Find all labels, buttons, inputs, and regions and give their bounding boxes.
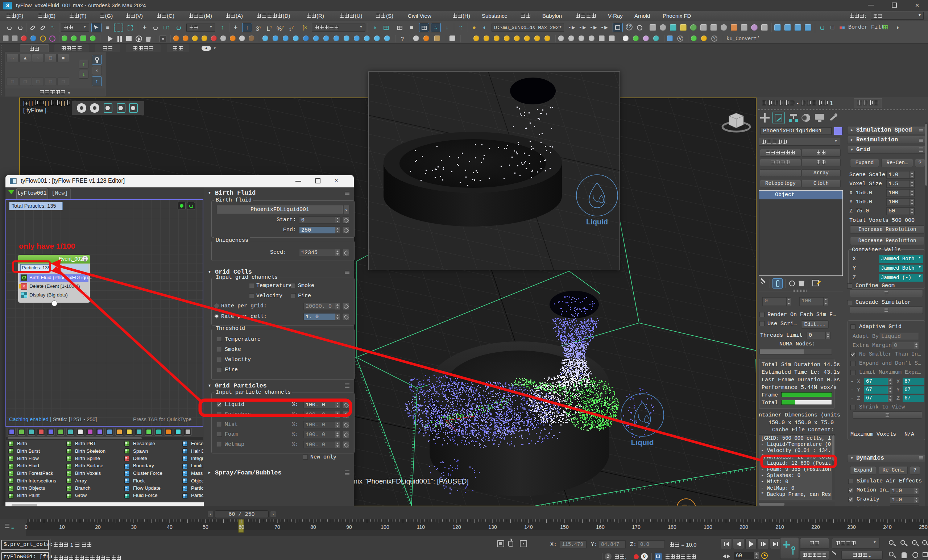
svg-text:0: 0 <box>24 524 27 530</box>
svg-text:30: 30 <box>131 524 137 530</box>
svg-text:200: 200 <box>740 524 748 530</box>
svg-text:160: 160 <box>596 524 604 530</box>
svg-text:170: 170 <box>632 524 641 530</box>
svg-text:90: 90 <box>346 524 352 530</box>
svg-text:210: 210 <box>775 524 784 530</box>
svg-text:120: 120 <box>452 524 461 530</box>
svg-text:40: 40 <box>167 524 172 530</box>
svg-text:240: 240 <box>883 524 892 530</box>
svg-text:80: 80 <box>310 524 316 530</box>
svg-text:100: 100 <box>381 524 389 530</box>
svg-text:50: 50 <box>203 524 208 530</box>
svg-text:180: 180 <box>668 524 676 530</box>
svg-text:190: 190 <box>704 524 712 530</box>
svg-text:70: 70 <box>275 524 280 530</box>
svg-text:220: 220 <box>811 524 820 530</box>
svg-text:Liquid: Liquid <box>631 438 654 447</box>
svg-text:130: 130 <box>488 524 497 530</box>
svg-text:110: 110 <box>417 524 425 530</box>
svg-text:60: 60 <box>238 524 244 530</box>
svg-text:230: 230 <box>847 524 856 530</box>
svg-text:enix "PhoenixFDLiquid001": [PA: enix "PhoenixFDLiquid001": [PAUSED] <box>350 478 469 485</box>
svg-text:250: 250 <box>919 524 928 530</box>
svg-text:10: 10 <box>59 524 65 530</box>
svg-text:20: 20 <box>95 524 101 530</box>
svg-text:Liquid: Liquid <box>586 218 608 226</box>
svg-text:150: 150 <box>560 524 569 530</box>
svg-text:140: 140 <box>524 524 533 530</box>
